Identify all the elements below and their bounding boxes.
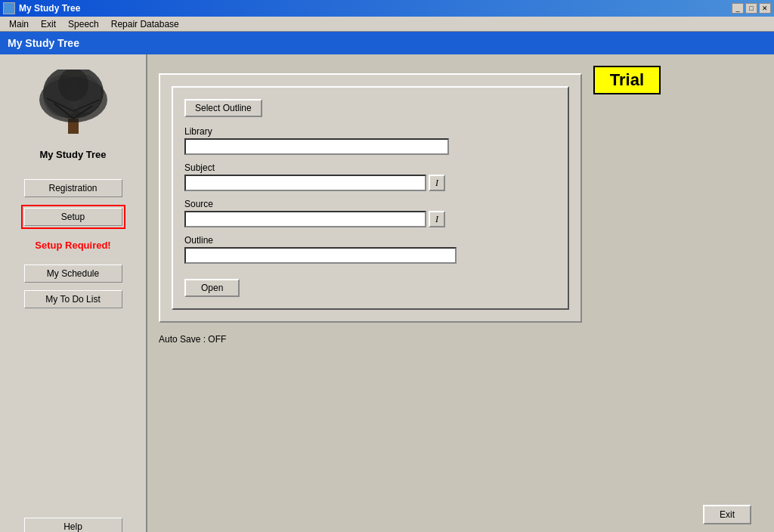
auto-save-text: Auto Save : OFF bbox=[159, 334, 763, 345]
menu-bar: Main Exit Speech Repair Database bbox=[0, 17, 774, 32]
minimize-button[interactable]: _ bbox=[732, 3, 744, 14]
bottom-area bbox=[159, 345, 763, 532]
setup-required-label: Setup Required! bbox=[35, 240, 110, 251]
close-button[interactable]: ✕ bbox=[759, 3, 771, 14]
subject-label: Subject bbox=[184, 162, 556, 173]
setup-btn-wrapper: Setup bbox=[21, 205, 125, 229]
title-bar-left: My Study Tree bbox=[3, 2, 80, 14]
menu-repair[interactable]: Repair Database bbox=[105, 17, 185, 31]
source-input[interactable] bbox=[184, 211, 426, 227]
menu-speech[interactable]: Speech bbox=[62, 17, 105, 31]
outline-field-row bbox=[184, 247, 556, 264]
menu-main[interactable]: Main bbox=[3, 17, 35, 31]
tree-icon bbox=[32, 70, 115, 138]
app-header-title: My Study Tree bbox=[8, 37, 79, 49]
source-info-button[interactable]: I bbox=[429, 211, 445, 227]
library-input[interactable] bbox=[184, 138, 449, 155]
source-field-group: Source I bbox=[184, 199, 556, 227]
sidebar: My Study Tree Registration Setup Setup R… bbox=[0, 54, 147, 532]
outline-input[interactable] bbox=[184, 247, 457, 264]
open-button[interactable]: Open bbox=[184, 279, 240, 297]
subject-field-group: Subject I bbox=[184, 162, 556, 191]
form-panel-inner: Select Outline Library Subject I bbox=[172, 86, 569, 310]
right-content: Trial Select Outline Library Subject bbox=[147, 54, 774, 532]
title-bar: My Study Tree _ □ ✕ bbox=[0, 0, 774, 17]
restore-button[interactable]: □ bbox=[745, 3, 757, 14]
title-bar-buttons: _ □ ✕ bbox=[732, 3, 771, 14]
source-label: Source bbox=[184, 199, 556, 209]
menu-exit[interactable]: Exit bbox=[35, 17, 62, 31]
trial-badge: Trial bbox=[593, 66, 661, 94]
select-outline-button[interactable]: Select Outline bbox=[184, 99, 262, 117]
subject-field-row: I bbox=[184, 175, 556, 191]
registration-button[interactable]: Registration bbox=[24, 179, 122, 197]
app-window: My Study Tree bbox=[0, 32, 774, 532]
setup-button[interactable]: Setup bbox=[24, 208, 122, 226]
library-field-row bbox=[184, 138, 556, 155]
source-field-row: I bbox=[184, 211, 556, 227]
subject-input[interactable] bbox=[184, 175, 426, 191]
form-panel: Select Outline Library Subject I bbox=[159, 73, 582, 323]
app-header: My Study Tree bbox=[0, 32, 774, 54]
window-title: My Study Tree bbox=[19, 3, 80, 14]
my-todo-button[interactable]: My To Do List bbox=[24, 290, 122, 308]
tree-image bbox=[28, 66, 119, 141]
library-field-group: Library bbox=[184, 126, 556, 155]
app-icon bbox=[3, 2, 15, 14]
outline-field-group: Outline bbox=[184, 235, 556, 264]
my-schedule-button[interactable]: My Schedule bbox=[24, 264, 122, 283]
subject-info-button[interactable]: I bbox=[429, 175, 445, 191]
help-button[interactable]: Help bbox=[24, 518, 122, 532]
sidebar-app-name: My Study Tree bbox=[39, 149, 106, 160]
svg-point-5 bbox=[58, 70, 88, 101]
outline-label: Outline bbox=[184, 235, 556, 246]
main-content: My Study Tree Registration Setup Setup R… bbox=[0, 54, 774, 532]
library-label: Library bbox=[184, 126, 556, 137]
exit-button[interactable]: Exit bbox=[703, 505, 751, 524]
